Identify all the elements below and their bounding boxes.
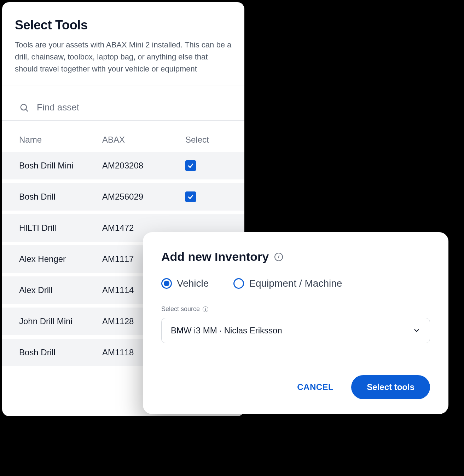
search-input[interactable]: [36, 102, 227, 113]
add-inventory-modal: Add new Inventory i Vehicle Equipment / …: [143, 232, 448, 414]
radio-indicator: [161, 278, 172, 289]
cell-name: HILTI Drill: [19, 223, 102, 233]
cell-name: Bosh Drill Mini: [19, 161, 102, 171]
info-icon[interactable]: i: [274, 253, 283, 261]
panel-description: Tools are your assets with ABAX Mini 2 i…: [15, 39, 232, 75]
table-header: Name ABAX Select: [2, 121, 244, 152]
radio-option-vehicle[interactable]: Vehicle: [161, 278, 209, 289]
col-header-name: Name: [19, 135, 102, 145]
cell-name: Alex Drill: [19, 285, 102, 295]
radio-label: Equipment / Machine: [249, 278, 342, 289]
select-tools-button[interactable]: Select tools: [351, 375, 430, 399]
col-header-select: Select: [185, 135, 227, 145]
radio-option-equipment[interactable]: Equipment / Machine: [233, 278, 342, 289]
search-icon: [19, 103, 29, 113]
col-header-abax: ABAX: [102, 135, 185, 145]
inventory-type-radio-group: Vehicle Equipment / Machine: [161, 278, 430, 289]
radio-label: Vehicle: [177, 278, 209, 289]
source-select-value: BMW i3 MM · Niclas Eriksson: [171, 326, 282, 336]
table-row: Bosh Drill MiniAM203208: [2, 152, 244, 183]
modal-title: Add new Inventory: [161, 250, 269, 264]
row-checkbox[interactable]: [185, 191, 196, 202]
info-icon[interactable]: i: [203, 306, 208, 312]
cell-select: [185, 160, 227, 171]
table-row: Bosh DrillAM256029: [2, 183, 244, 214]
cell-abax: AM1472: [102, 223, 185, 233]
svg-line-1: [26, 109, 28, 111]
panel-title: Select Tools: [15, 18, 232, 33]
cancel-button[interactable]: CANCEL: [294, 377, 337, 398]
cell-name: Bosh Drill: [19, 348, 102, 357]
radio-indicator: [233, 278, 244, 289]
source-field-label: Select source i: [161, 305, 430, 313]
search-row: [2, 86, 244, 121]
cell-name: John Drill Mini: [19, 316, 102, 326]
row-checkbox[interactable]: [185, 160, 196, 171]
cell-name: Alex Henger: [19, 254, 102, 264]
source-select[interactable]: BMW i3 MM · Niclas Eriksson: [161, 318, 430, 343]
cell-abax: AM203208: [102, 161, 185, 171]
chevron-down-icon: [413, 327, 420, 334]
cell-select: [185, 191, 227, 202]
cell-name: Bosh Drill: [19, 192, 102, 202]
cell-abax: AM256029: [102, 192, 185, 202]
